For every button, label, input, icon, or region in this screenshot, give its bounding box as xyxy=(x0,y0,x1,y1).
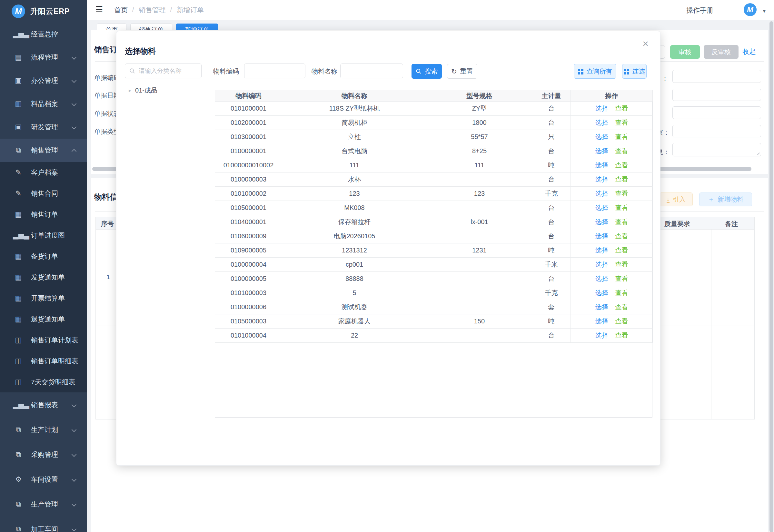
tab-home[interactable]: 首页 xyxy=(97,24,126,30)
search-button[interactable]: 搜索 xyxy=(412,64,442,79)
sidebar-item[interactable]: 流程管理 xyxy=(0,46,87,69)
view-link[interactable]: 查看 xyxy=(615,303,628,310)
select-link[interactable]: 选择 xyxy=(595,247,608,254)
sidebar-item[interactable]: 料品档案 xyxy=(0,92,87,115)
sidebar-item[interactable]: 加工车间 xyxy=(0,517,87,532)
column-header: 物料编码 xyxy=(215,90,282,102)
sidebar-subitem[interactable]: 7天交货明细表 xyxy=(0,371,87,392)
select-link[interactable]: 选择 xyxy=(595,190,608,197)
order-form-textarea[interactable] xyxy=(672,143,761,156)
import-button[interactable]: ↓ 引入 xyxy=(660,192,693,206)
view-link[interactable]: 查看 xyxy=(615,133,628,140)
tab-sales-order[interactable]: 销售订单 xyxy=(130,24,172,30)
select-link[interactable]: 选择 xyxy=(595,318,608,325)
sidebar-item-label: 研发管理 xyxy=(31,123,71,132)
select-link[interactable]: 选择 xyxy=(595,332,608,339)
sidebar-subitem[interactable]: 销售订单 xyxy=(0,204,87,225)
sidebar-subitem[interactable]: 客户档案 xyxy=(0,162,87,183)
category-tree-node[interactable]: ▸ 01-成品 xyxy=(129,86,157,95)
sidebar-subitem[interactable]: 销售订单计划表 xyxy=(0,330,87,350)
sidebar-item[interactable]: 车间设置 xyxy=(0,467,87,492)
sidebar-item-sales-management[interactable]: 销售管理 xyxy=(0,139,87,162)
view-link[interactable]: 查看 xyxy=(615,176,628,183)
vertical-scrollbar[interactable] xyxy=(769,21,773,532)
sidebar-item[interactable]: 生产管理 xyxy=(0,492,87,517)
category-search-input[interactable] xyxy=(125,64,202,78)
view-link[interactable]: 查看 xyxy=(615,289,628,296)
view-link[interactable]: 查看 xyxy=(615,218,628,225)
sidebar-subitem-label: 销售订单明细表 xyxy=(31,357,78,366)
select-link[interactable]: 选择 xyxy=(595,275,608,282)
select-link[interactable]: 选择 xyxy=(595,176,608,183)
breadcrumb-home[interactable]: 首页 xyxy=(114,5,128,15)
reset-button[interactable]: ↻ 重置 xyxy=(447,64,477,79)
select-link[interactable]: 选择 xyxy=(595,133,608,140)
view-link[interactable]: 查看 xyxy=(615,162,628,169)
grid-icon xyxy=(578,69,580,71)
order-form-input[interactable] xyxy=(672,106,761,119)
select-link[interactable]: 选择 xyxy=(595,204,608,211)
user-dropdown-caret-icon[interactable]: ▾ xyxy=(763,8,766,15)
select-link[interactable]: 选择 xyxy=(595,105,608,112)
sidebar-subitem[interactable]: 备货订单 xyxy=(0,246,87,267)
actions-cell: 选择 查看 xyxy=(571,158,653,172)
select-link[interactable]: 选择 xyxy=(595,218,608,225)
view-link[interactable]: 查看 xyxy=(615,318,628,325)
audit-button[interactable]: 审核 xyxy=(670,45,700,59)
select-link[interactable]: 选择 xyxy=(595,162,608,169)
order-form-input[interactable] xyxy=(672,70,761,83)
select-link[interactable]: 选择 xyxy=(595,261,608,268)
user-avatar[interactable]: M xyxy=(744,3,757,16)
select-link[interactable]: 选择 xyxy=(595,147,608,154)
app-title: 升阳云ERP xyxy=(30,6,70,16)
sidebar-subitem[interactable]: 销售订单明细表 xyxy=(0,350,87,371)
material-name-input[interactable] xyxy=(340,64,403,78)
view-link[interactable]: 查看 xyxy=(615,119,628,126)
material-table-header-row: 物料编码物料名称型号规格主计量操作 xyxy=(215,90,653,102)
view-link[interactable]: 查看 xyxy=(615,105,628,112)
operation-manual-link[interactable]: 操作手册 xyxy=(686,6,713,15)
view-link[interactable]: 查看 xyxy=(615,332,628,339)
select-link[interactable]: 选择 xyxy=(595,289,608,296)
view-link[interactable]: 查看 xyxy=(615,275,628,282)
view-link[interactable]: 查看 xyxy=(615,147,628,154)
table-row: 0101000001 118S ZY型纸杯机 ZY型 台 选择 查看 xyxy=(215,102,653,116)
sidebar-subitem[interactable]: 销售合同 xyxy=(0,183,87,204)
sidebar-item[interactable]: 生产计划 xyxy=(0,417,87,442)
view-link[interactable]: 查看 xyxy=(615,232,628,240)
collapse-link[interactable]: 收起 xyxy=(742,47,756,56)
multi-select-button[interactable]: 连选 xyxy=(622,64,647,79)
sidebar-subitem[interactable]: 订单进度图 xyxy=(0,225,87,246)
add-material-button[interactable]: ＋ 新增物料 xyxy=(699,192,752,206)
sidebar-item[interactable]: 研发管理 xyxy=(0,115,87,139)
view-link[interactable]: 查看 xyxy=(615,261,628,268)
sidebar-subitem[interactable]: 退货通知单 xyxy=(0,309,87,330)
material-spec-cell xyxy=(427,300,532,314)
material-spec-cell: 1231 xyxy=(427,243,532,258)
material-code-input[interactable] xyxy=(244,64,305,78)
order-form-input[interactable] xyxy=(672,89,761,101)
sidebar-item[interactable]: 采购管理 xyxy=(0,442,87,467)
material-table: 物料编码物料名称型号规格主计量操作 0101000001 118S ZY型纸杯机… xyxy=(215,90,653,343)
close-icon[interactable]: × xyxy=(642,38,649,49)
collapse-menu-icon[interactable]: ☰ xyxy=(95,5,103,15)
select-link[interactable]: 选择 xyxy=(595,232,608,240)
view-link[interactable]: 查看 xyxy=(615,204,628,211)
material-name-cell: 保存箱拉杆 xyxy=(282,215,427,229)
tab-new-order[interactable]: 新增订单 xyxy=(176,24,218,30)
sidebar-item[interactable]: 经营总控 xyxy=(0,23,87,46)
view-link[interactable]: 查看 xyxy=(615,190,628,197)
textarea-resize-handle[interactable] xyxy=(756,151,759,155)
query-all-button[interactable]: 查询所有 xyxy=(574,64,616,79)
actions-cell: 选择 查看 xyxy=(571,130,653,144)
order-form-input[interactable] xyxy=(672,125,761,137)
view-link[interactable]: 查看 xyxy=(615,247,628,254)
sidebar-subitem[interactable]: 开票结算单 xyxy=(0,288,87,309)
select-link[interactable]: 选择 xyxy=(595,303,608,310)
sidebar-subitem[interactable]: 发货通知单 xyxy=(0,267,87,288)
breadcrumb-section[interactable]: 销售管理 xyxy=(139,5,166,15)
sidebar-item[interactable]: 销售报表 xyxy=(0,392,87,417)
select-link[interactable]: 选择 xyxy=(595,119,608,126)
sidebar-item[interactable]: 办公管理 xyxy=(0,69,87,92)
unaudit-button[interactable]: 反审核 xyxy=(704,45,739,59)
